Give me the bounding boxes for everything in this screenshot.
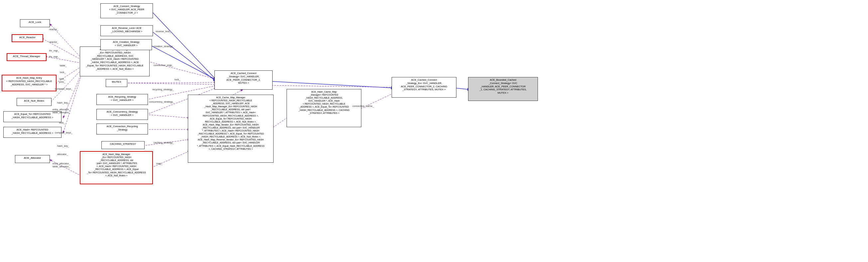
node-ace-hash-cache-map-manager: ACE_Hash_Cache_Map_Manager< REFCOUNTED_H… (286, 89, 361, 127)
node-ace-hash-map-manager-bottom: ACE_Hash_Map_Manager_Ex< REFCOUNTED_HASH… (80, 151, 153, 184)
node-ace-cached-connect-strategy: ACE_Cached_Connect_Strategy< SVC_HANDLER… (214, 70, 273, 90)
svg-line-18 (41, 38, 82, 60)
label-lock2: lock_ (59, 121, 65, 124)
node-mutex: MUTEX (106, 79, 127, 87)
label-connection-cache: connection_cache_ (352, 105, 374, 107)
label-concurrency-strategy: concurrency_strategy_ (149, 100, 174, 103)
node-ace-bounded-cached-connect-strategy: ACE_Bounded_Cached_Connect_Strategy< SVC… (468, 77, 538, 101)
svg-line-20 (55, 66, 82, 84)
label-connection-map: connection_map_ (154, 64, 173, 67)
label-creation-strategy: creation_strategy_ (154, 45, 174, 48)
node-ace-reverse-lock: ACE_Reverse_Lock< ACE_LOCKING_MECHANISM … (100, 25, 153, 36)
svg-line-12 (151, 151, 189, 168)
node-ace-allocator: ACE_Allocator (15, 155, 50, 163)
diagram-container: ACE_Lock ACE_Reactor ACE_Thread_Manager … (0, 0, 868, 262)
node-ace-concurrency-strategy: ACE_Concurrency_Strategy< SVC_HANDLER > (96, 109, 148, 120)
node-ace-creation-strategy: ACE_Creation_Strategy< SVC_HANDLER > (100, 39, 152, 50)
label-lock3: lock_ (175, 78, 181, 81)
node-ace-null-mutex: ACE_Null_Mutex (17, 98, 52, 106)
label-reactor1: reactor_ (49, 28, 59, 31)
label-recycling-strategy: recycling_strategy_ (152, 88, 174, 91)
label-compare-keys2: compare_keys_ (55, 131, 72, 134)
label-entry-alloc2: entry_allocator_table_allocator_ (53, 162, 70, 168)
label-allocator: allocator_ (57, 153, 68, 156)
node-ace-reactor: ACE_Reactor (12, 34, 43, 42)
node-ace-hash-map-entry: ACE_Hash_Map_Entry< REFCOUNTED_HASH_RECY… (2, 75, 57, 91)
node-ace-connection-recycling-strategy: ACE_Connection_Recycling_Strategy (96, 124, 148, 134)
svg-line-6 (128, 83, 216, 83)
node-ace-recycling-strategy: ACE_Recycling_Strategy< SVC_HANDLER > (96, 94, 148, 105)
label-compare-keys1: compare_keys_ (55, 87, 72, 90)
label-hash-key1: hash_key_ (57, 101, 69, 104)
label-table: table_ (60, 64, 66, 67)
label-lock1: lock_ (60, 71, 66, 74)
svg-line-11 (146, 114, 189, 118)
label-hash-key2: hash_key_ (57, 144, 69, 148)
svg-line-1 (151, 31, 216, 81)
node-ace-lock: ACE_Lock (20, 19, 50, 27)
node-ace-cache-map-manager: ACE_Cache_Map_Manager< REFCOUNTED_HASH_R… (188, 95, 274, 163)
label-reactor2: reactor_ (49, 40, 59, 43)
label-map: map_ (156, 162, 162, 165)
label-reverse-lock: reverse_lock_ (156, 30, 171, 33)
label-next-prev: next_prev_ (59, 77, 65, 84)
node-ace-hash-map-manager-ex: ACE_Hash_Map_Manager_Ex< REFCOUNTED_HASH… (80, 46, 150, 76)
label-entry-alloc1: entry_allocator_table_allocator_ (53, 108, 70, 114)
label-thr-mgr2: thr_mgr_ (49, 55, 59, 58)
svg-line-3 (271, 81, 394, 88)
node-ace-connect-strategy: ACE_Connect_Strategy< SVC_HANDLER, ACE_P… (100, 3, 153, 18)
label-caching-strategy: caching_strategy_ (154, 141, 174, 144)
node-ace-thread-manager: ACE_Thread_Manager (7, 53, 46, 61)
label-thr-mgr1: thr_mgr_ (49, 49, 59, 52)
node-ace-cached-connect-strategy-ex: ACE_Cached_Connect_Strategy_Ex< SVC_HAND… (392, 77, 457, 98)
node-ace-hash: ACE_Hash< REFCOUNTED_HASH_RECYCLABLE_ADD… (3, 127, 62, 138)
node-caching-strategy: CACHING_STRATEGY (101, 141, 145, 149)
svg-line-2 (150, 45, 216, 80)
